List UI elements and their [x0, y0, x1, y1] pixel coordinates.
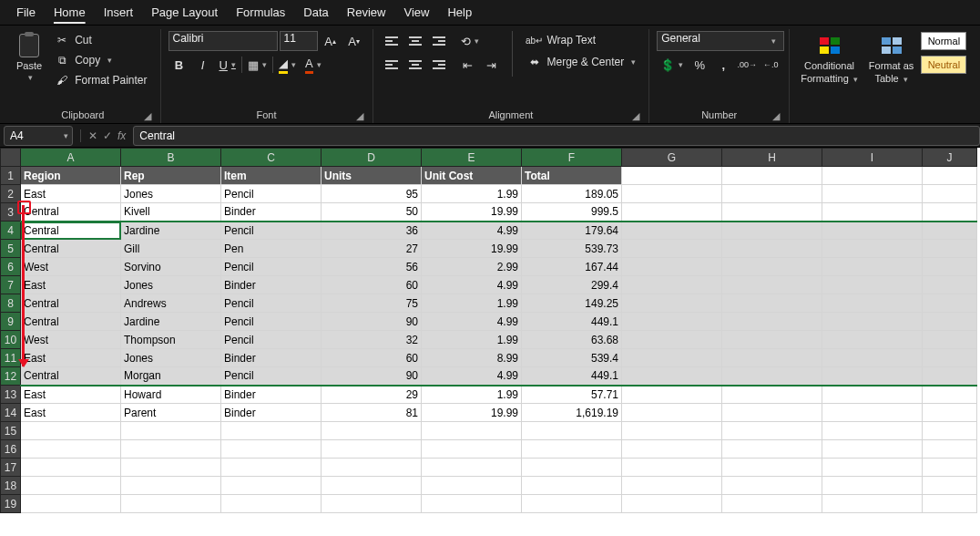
cell[interactable]	[822, 203, 923, 222]
cell[interactable]	[822, 386, 923, 404]
cell[interactable]	[522, 440, 622, 459]
cell[interactable]: 50	[322, 203, 422, 222]
cell[interactable]: 19.99	[422, 203, 522, 222]
column-header[interactable]: A	[21, 149, 121, 167]
cell[interactable]	[221, 440, 322, 459]
cell[interactable]	[522, 459, 622, 477]
cell[interactable]	[923, 331, 977, 349]
font-color-button[interactable]: A▾	[301, 55, 325, 75]
cell[interactable]	[722, 258, 822, 276]
cell[interactable]	[622, 404, 722, 422]
row-header[interactable]: 11	[1, 349, 21, 367]
cell[interactable]	[923, 367, 977, 386]
cell[interactable]	[722, 203, 822, 222]
align-center-button[interactable]	[404, 55, 426, 75]
cell[interactable]: 29	[322, 386, 422, 404]
cell[interactable]: Binder	[221, 276, 322, 294]
cell[interactable]	[722, 240, 822, 258]
cell[interactable]	[822, 276, 923, 294]
cell[interactable]	[622, 422, 722, 440]
cell[interactable]: 32	[322, 331, 422, 349]
cell[interactable]	[522, 495, 622, 513]
cell[interactable]	[722, 422, 822, 440]
cell[interactable]	[822, 440, 923, 459]
menu-review[interactable]: Review	[338, 2, 395, 23]
cell[interactable]: 56	[322, 258, 422, 276]
column-header[interactable]: C	[221, 149, 322, 167]
cell[interactable]	[822, 167, 923, 185]
wrap-text-button[interactable]: ab↵ Wrap Text	[522, 31, 642, 49]
cell[interactable]: Pencil	[221, 258, 322, 276]
cell[interactable]: Binder	[221, 404, 322, 422]
cell[interactable]: 299.4	[522, 276, 622, 294]
cell[interactable]: 1,619.19	[522, 404, 622, 422]
row-header[interactable]: 14	[1, 404, 21, 422]
cell[interactable]	[622, 203, 722, 222]
cell[interactable]	[822, 313, 923, 331]
bold-button[interactable]: B	[168, 55, 190, 75]
cell[interactable]	[221, 422, 322, 440]
cell[interactable]	[822, 477, 923, 495]
cell[interactable]	[622, 240, 722, 258]
cell[interactable]: 90	[322, 367, 422, 386]
cell[interactable]	[722, 440, 822, 459]
row-header[interactable]: 15	[1, 422, 21, 440]
cell[interactable]: Jardine	[121, 222, 221, 240]
align-bottom-button[interactable]	[428, 31, 450, 51]
cell[interactable]	[422, 495, 522, 513]
cell-style-neutral[interactable]: Neutral	[921, 56, 966, 74]
cell[interactable]	[422, 459, 522, 477]
cell[interactable]: 1.99	[422, 185, 522, 203]
cell[interactable]	[622, 349, 722, 367]
cell[interactable]	[822, 422, 923, 440]
format-painter-button[interactable]: 🖌 Format Painter	[49, 71, 152, 89]
cell[interactable]	[722, 313, 822, 331]
underline-button[interactable]: U▾	[216, 55, 240, 75]
cell[interactable]: Morgan	[121, 367, 221, 386]
orientation-button[interactable]: ⟲▾	[457, 31, 483, 51]
cell[interactable]: Total	[522, 167, 622, 185]
cell[interactable]: Thompson	[121, 331, 221, 349]
cell[interactable]: 4.99	[422, 313, 522, 331]
cell[interactable]	[121, 495, 221, 513]
cell[interactable]: 36	[322, 222, 422, 240]
row-header[interactable]: 9	[1, 313, 21, 331]
cell[interactable]: Central	[21, 240, 121, 258]
row-header[interactable]: 5	[1, 240, 21, 258]
cell[interactable]: 539.4	[522, 349, 622, 367]
cell[interactable]	[822, 258, 923, 276]
column-header[interactable]: I	[822, 149, 923, 167]
cell[interactable]: East	[21, 349, 121, 367]
cell[interactable]	[822, 222, 923, 240]
cell[interactable]	[722, 167, 822, 185]
cell[interactable]	[622, 367, 722, 386]
row-header[interactable]: 7	[1, 276, 21, 294]
cell[interactable]: Unit Cost	[422, 167, 522, 185]
column-header[interactable]: E	[422, 149, 522, 167]
row-header[interactable]: 4	[1, 222, 21, 240]
row-header[interactable]: 2	[1, 185, 21, 203]
cell[interactable]	[923, 404, 977, 422]
cell[interactable]: Sorvino	[121, 258, 221, 276]
cell[interactable]	[822, 349, 923, 367]
column-header[interactable]: J	[923, 149, 977, 167]
cell[interactable]: 90	[322, 313, 422, 331]
cell[interactable]: 167.44	[522, 258, 622, 276]
cell[interactable]	[722, 477, 822, 495]
cell[interactable]: East	[21, 185, 121, 203]
row-header[interactable]: 16	[1, 440, 21, 459]
conditional-formatting-button[interactable]: Conditional Formatting ▾	[797, 31, 862, 86]
cell[interactable]: 27	[322, 240, 422, 258]
cell[interactable]	[923, 495, 977, 513]
cell[interactable]: Central	[21, 313, 121, 331]
decrease-decimal-button[interactable]: ←.0	[760, 55, 781, 75]
cell[interactable]: Jones	[121, 185, 221, 203]
cell[interactable]: 1.99	[422, 331, 522, 349]
comma-button[interactable]: ,	[712, 55, 734, 75]
cell[interactable]: 179.64	[522, 222, 622, 240]
cell[interactable]: Pencil	[221, 331, 322, 349]
cell[interactable]	[622, 185, 722, 203]
cell[interactable]	[923, 386, 977, 404]
cell[interactable]	[722, 404, 822, 422]
cell[interactable]	[722, 386, 822, 404]
